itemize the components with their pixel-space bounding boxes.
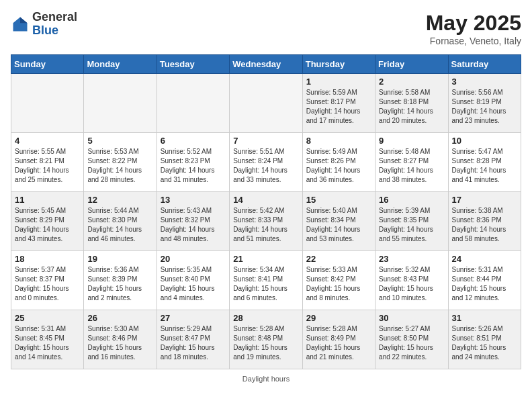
day-info: Sunrise: 5:58 AM Sunset: 8:18 PM Dayligh…	[379, 88, 444, 126]
calendar-cell: 7Sunrise: 5:51 AM Sunset: 8:24 PM Daylig…	[230, 133, 302, 192]
day-number: 6	[161, 136, 226, 146]
day-info: Sunrise: 5:47 AM Sunset: 8:28 PM Dayligh…	[452, 147, 517, 185]
day-info: Sunrise: 5:27 AM Sunset: 8:50 PM Dayligh…	[379, 324, 444, 362]
calendar-cell: 18Sunrise: 5:37 AM Sunset: 8:37 PM Dayli…	[11, 251, 84, 310]
calendar-cell: 6Sunrise: 5:52 AM Sunset: 8:23 PM Daylig…	[157, 133, 229, 192]
calendar-week-row: 1Sunrise: 5:59 AM Sunset: 8:17 PM Daylig…	[11, 74, 521, 133]
calendar-cell: 1Sunrise: 5:59 AM Sunset: 8:17 PM Daylig…	[302, 74, 375, 133]
day-info: Sunrise: 5:39 AM Sunset: 8:35 PM Dayligh…	[379, 206, 444, 244]
day-number: 2	[379, 77, 444, 87]
day-info: Sunrise: 5:45 AM Sunset: 8:29 PM Dayligh…	[15, 206, 80, 244]
calendar-cell: 21Sunrise: 5:34 AM Sunset: 8:41 PM Dayli…	[230, 251, 302, 310]
title-block: May 2025 Fornase, Veneto, Italy	[426, 11, 521, 46]
day-number: 29	[306, 313, 371, 323]
calendar-cell	[84, 74, 157, 133]
day-number: 10	[452, 136, 517, 146]
day-number: 21	[233, 254, 298, 264]
calendar-cell: 4Sunrise: 5:55 AM Sunset: 8:21 PM Daylig…	[11, 133, 84, 192]
calendar-cell: 3Sunrise: 5:56 AM Sunset: 8:19 PM Daylig…	[448, 74, 521, 133]
day-info: Sunrise: 5:32 AM Sunset: 8:43 PM Dayligh…	[379, 265, 444, 303]
day-info: Sunrise: 5:31 AM Sunset: 8:45 PM Dayligh…	[15, 324, 80, 362]
calendar-table: SundayMondayTuesdayWednesdayThursdayFrid…	[11, 54, 521, 369]
calendar-cell: 12Sunrise: 5:44 AM Sunset: 8:30 PM Dayli…	[84, 192, 157, 251]
day-info: Sunrise: 5:52 AM Sunset: 8:23 PM Dayligh…	[161, 147, 226, 185]
day-info: Sunrise: 5:40 AM Sunset: 8:34 PM Dayligh…	[306, 206, 371, 244]
day-number: 5	[87, 136, 152, 146]
calendar-cell: 17Sunrise: 5:38 AM Sunset: 8:36 PM Dayli…	[448, 192, 521, 251]
calendar-day-header: Sunday	[11, 55, 84, 74]
day-number: 19	[87, 254, 152, 264]
calendar-header-row: SundayMondayTuesdayWednesdayThursdayFrid…	[11, 55, 521, 74]
calendar-cell: 28Sunrise: 5:28 AM Sunset: 8:48 PM Dayli…	[230, 310, 302, 369]
day-number: 8	[306, 136, 371, 146]
day-number: 23	[379, 254, 444, 264]
day-info: Sunrise: 5:34 AM Sunset: 8:41 PM Dayligh…	[233, 265, 298, 303]
calendar-cell: 9Sunrise: 5:48 AM Sunset: 8:27 PM Daylig…	[375, 133, 448, 192]
day-number: 30	[379, 313, 444, 323]
day-info: Sunrise: 5:26 AM Sunset: 8:51 PM Dayligh…	[452, 324, 517, 362]
day-number: 24	[452, 254, 517, 264]
month-title: May 2025	[426, 11, 521, 36]
day-number: 3	[452, 77, 517, 87]
location: Fornase, Veneto, Italy	[426, 36, 521, 46]
calendar-cell: 27Sunrise: 5:29 AM Sunset: 8:47 PM Dayli…	[157, 310, 229, 369]
calendar-week-row: 18Sunrise: 5:37 AM Sunset: 8:37 PM Dayli…	[11, 251, 521, 310]
calendar-cell: 15Sunrise: 5:40 AM Sunset: 8:34 PM Dayli…	[302, 192, 375, 251]
calendar-day-header: Monday	[84, 55, 157, 74]
day-info: Sunrise: 5:55 AM Sunset: 8:21 PM Dayligh…	[15, 147, 80, 185]
calendar-cell: 20Sunrise: 5:35 AM Sunset: 8:40 PM Dayli…	[157, 251, 229, 310]
day-info: Sunrise: 5:53 AM Sunset: 8:22 PM Dayligh…	[87, 147, 152, 185]
calendar-day-header: Friday	[375, 55, 448, 74]
day-info: Sunrise: 5:44 AM Sunset: 8:30 PM Dayligh…	[87, 206, 152, 244]
day-info: Sunrise: 5:43 AM Sunset: 8:32 PM Dayligh…	[161, 206, 226, 244]
calendar-cell: 5Sunrise: 5:53 AM Sunset: 8:22 PM Daylig…	[84, 133, 157, 192]
footer-note: Daylight hours	[11, 375, 521, 383]
calendar-week-row: 25Sunrise: 5:31 AM Sunset: 8:45 PM Dayli…	[11, 310, 521, 369]
day-number: 25	[15, 313, 80, 323]
day-info: Sunrise: 5:28 AM Sunset: 8:48 PM Dayligh…	[233, 324, 298, 362]
calendar-cell: 2Sunrise: 5:58 AM Sunset: 8:18 PM Daylig…	[375, 74, 448, 133]
day-info: Sunrise: 5:35 AM Sunset: 8:40 PM Dayligh…	[161, 265, 226, 303]
calendar-cell: 22Sunrise: 5:33 AM Sunset: 8:42 PM Dayli…	[302, 251, 375, 310]
day-number: 11	[15, 195, 80, 205]
calendar-cell: 19Sunrise: 5:36 AM Sunset: 8:39 PM Dayli…	[84, 251, 157, 310]
day-info: Sunrise: 5:42 AM Sunset: 8:33 PM Dayligh…	[233, 206, 298, 244]
calendar-week-row: 11Sunrise: 5:45 AM Sunset: 8:29 PM Dayli…	[11, 192, 521, 251]
calendar-day-header: Thursday	[302, 55, 375, 74]
logo-text: General Blue	[32, 11, 77, 38]
day-info: Sunrise: 5:37 AM Sunset: 8:37 PM Dayligh…	[15, 265, 80, 303]
calendar-cell: 16Sunrise: 5:39 AM Sunset: 8:35 PM Dayli…	[375, 192, 448, 251]
day-number: 13	[161, 195, 226, 205]
calendar-cell: 30Sunrise: 5:27 AM Sunset: 8:50 PM Dayli…	[375, 310, 448, 369]
calendar-cell: 14Sunrise: 5:42 AM Sunset: 8:33 PM Dayli…	[230, 192, 302, 251]
calendar-week-row: 4Sunrise: 5:55 AM Sunset: 8:21 PM Daylig…	[11, 133, 521, 192]
day-info: Sunrise: 5:31 AM Sunset: 8:44 PM Dayligh…	[452, 265, 517, 303]
day-number: 31	[452, 313, 517, 323]
day-info: Sunrise: 5:33 AM Sunset: 8:42 PM Dayligh…	[306, 265, 371, 303]
calendar-cell: 26Sunrise: 5:30 AM Sunset: 8:46 PM Dayli…	[84, 310, 157, 369]
day-info: Sunrise: 5:51 AM Sunset: 8:24 PM Dayligh…	[233, 147, 298, 185]
day-number: 27	[161, 313, 226, 323]
day-info: Sunrise: 5:56 AM Sunset: 8:19 PM Dayligh…	[452, 88, 517, 126]
day-number: 18	[15, 254, 80, 264]
day-info: Sunrise: 5:48 AM Sunset: 8:27 PM Dayligh…	[379, 147, 444, 185]
calendar-cell	[157, 74, 229, 133]
calendar-cell: 31Sunrise: 5:26 AM Sunset: 8:51 PM Dayli…	[448, 310, 521, 369]
day-number: 14	[233, 195, 298, 205]
calendar-cell: 29Sunrise: 5:28 AM Sunset: 8:49 PM Dayli…	[302, 310, 375, 369]
day-number: 7	[233, 136, 298, 146]
calendar-cell	[230, 74, 302, 133]
calendar-day-header: Tuesday	[157, 55, 229, 74]
day-number: 22	[306, 254, 371, 264]
day-info: Sunrise: 5:36 AM Sunset: 8:39 PM Dayligh…	[87, 265, 152, 303]
day-info: Sunrise: 5:28 AM Sunset: 8:49 PM Dayligh…	[306, 324, 371, 362]
day-number: 26	[87, 313, 152, 323]
day-number: 28	[233, 313, 298, 323]
day-number: 12	[87, 195, 152, 205]
page-header: General Blue May 2025 Fornase, Veneto, I…	[11, 11, 521, 46]
day-number: 9	[379, 136, 444, 146]
day-info: Sunrise: 5:59 AM Sunset: 8:17 PM Dayligh…	[306, 88, 371, 126]
svg-marker-1	[20, 17, 28, 23]
calendar-day-header: Saturday	[448, 55, 521, 74]
calendar-cell: 13Sunrise: 5:43 AM Sunset: 8:32 PM Dayli…	[157, 192, 229, 251]
